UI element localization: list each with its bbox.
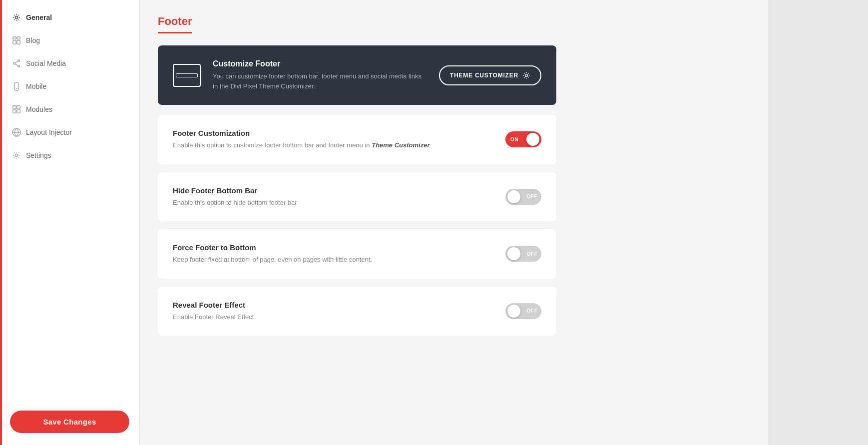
setting-hide-footer-bottom-bar: Hide Footer Bottom Bar Enable this optio… [158,172,556,222]
sidebar-item-general[interactable]: General [0,6,139,29]
svg-line-9 [15,64,17,66]
toggle-label-off-force-footer-to-bottom: OFF [527,251,538,257]
toggle-knob-reveal-footer-effect [507,305,520,318]
sidebar-item-social-media[interactable]: Social Media [0,52,139,75]
setting-footer-customization: Footer Customization Enable this option … [158,115,556,164]
setting-desc-footer-customization: Enable this option to customize footer b… [173,140,485,150]
sidebar-item-settings-label: Settings [26,151,51,159]
sidebar-nav: General Blog Social Media [0,0,139,399]
svg-rect-3 [13,40,16,44]
sidebar-item-social-media-label: Social Media [26,59,66,67]
svg-point-18 [15,154,17,156]
svg-rect-2 [17,37,20,39]
main-content: Footer Customize Footer You can customiz… [140,0,768,445]
mobile-icon [12,82,21,91]
banner-title: Customize Footer [213,59,427,68]
toggle-footer-customization[interactable]: ON [505,131,541,147]
footer-icon-inner [176,73,198,77]
setting-desc-text-footer-customization: Enable this option to customize footer b… [173,141,370,149]
svg-point-7 [18,65,20,67]
customize-footer-banner: Customize Footer You can customize foote… [158,45,556,105]
sidebar: General Blog Social Media [0,0,140,445]
setting-reveal-footer-effect: Reveal Footer Effect Enable Footer Revea… [158,287,556,336]
sidebar-item-layout-injector[interactable]: Layout Injector [0,121,139,144]
setting-text-force-footer-to-bottom: Force Footer to Bottom Keep footer fixed… [173,243,505,265]
svg-point-0 [15,16,17,18]
toggle-force-footer-to-bottom[interactable]: OFF [505,246,541,262]
svg-point-6 [13,62,15,64]
svg-rect-14 [13,110,16,113]
svg-rect-13 [17,106,20,109]
svg-rect-4 [17,40,20,44]
setting-desc-reveal-footer-effect: Enable Footer Reveal Effect [173,312,485,322]
toggle-wrapper-footer-customization: ON [505,131,541,147]
setting-desc-link-footer-customization: Theme Customizer [372,141,430,149]
setting-desc-hide-footer-bottom-bar: Enable this option to hide bottom footer… [173,198,485,208]
modules-icon [12,105,21,114]
sidebar-item-general-label: General [26,13,52,21]
gear-icon-btn [522,71,530,79]
toggle-reveal-footer-effect[interactable]: OFF [505,303,541,319]
setting-text-reveal-footer-effect: Reveal Footer Effect Enable Footer Revea… [173,301,505,322]
save-changes-button[interactable]: Save Changes [10,411,129,433]
setting-text-hide-footer-bottom-bar: Hide Footer Bottom Bar Enable this optio… [173,186,505,208]
sidebar-item-modules-label: Modules [26,105,52,113]
svg-point-5 [18,60,20,62]
setting-title-footer-customization: Footer Customization [173,129,485,137]
sidebar-accent [0,0,2,445]
sidebar-item-layout-injector-label: Layout Injector [26,128,72,136]
setting-text-footer-customization: Footer Customization Enable this option … [173,129,505,150]
toggle-knob-force-footer-to-bottom [507,247,520,260]
toggle-label-off-reveal-footer-effect: OFF [527,308,538,314]
toggle-label-off-hide-footer-bottom-bar: OFF [527,194,538,199]
sidebar-item-mobile-label: Mobile [26,82,46,90]
setting-desc-force-footer-to-bottom: Keep footer fixed at bottom of page, eve… [173,255,485,265]
svg-rect-1 [13,37,16,39]
setting-title-hide-footer-bottom-bar: Hide Footer Bottom Bar [173,186,485,195]
theme-customizer-label: THEME CUSTOMIZER [450,72,518,79]
toggle-wrapper-force-footer-to-bottom: OFF [505,246,541,262]
setting-force-footer-to-bottom: Force Footer to Bottom Keep footer fixed… [158,229,556,279]
sidebar-item-settings[interactable]: Settings [0,144,139,167]
footer-icon [173,64,201,87]
banner-text: Customize Footer You can customize foote… [213,59,427,91]
share-icon [12,59,21,68]
page-title: Footer [158,15,192,33]
sidebar-item-mobile[interactable]: Mobile [0,75,139,98]
sidebar-item-blog-label: Blog [26,36,40,44]
grid-icon [12,36,21,45]
settings-icon [12,151,21,160]
right-panel [768,0,868,445]
setting-title-reveal-footer-effect: Reveal Footer Effect [173,301,485,309]
toggle-label-on-footer-customization: ON [510,137,518,142]
theme-customizer-button[interactable]: THEME CUSTOMIZER [439,65,541,85]
svg-rect-15 [17,110,20,113]
toggle-knob-footer-customization [526,133,539,146]
toggle-wrapper-reveal-footer-effect: OFF [505,303,541,319]
toggle-wrapper-hide-footer-bottom-bar: OFF [505,189,541,205]
layout-icon [12,128,21,137]
svg-point-19 [525,74,528,76]
sidebar-item-blog[interactable]: Blog [0,29,139,52]
toggle-hide-footer-bottom-bar[interactable]: OFF [505,189,541,205]
banner-description: You can customize footer bottom bar, foo… [213,71,427,91]
gear-icon [12,13,21,22]
content-area: Footer Customize Footer You can customiz… [140,0,574,359]
sidebar-item-modules[interactable]: Modules [0,98,139,121]
svg-rect-12 [13,106,16,109]
setting-title-force-footer-to-bottom: Force Footer to Bottom [173,243,485,252]
svg-line-8 [15,61,17,63]
toggle-knob-hide-footer-bottom-bar [507,190,520,203]
sidebar-footer: Save Changes [0,399,139,445]
